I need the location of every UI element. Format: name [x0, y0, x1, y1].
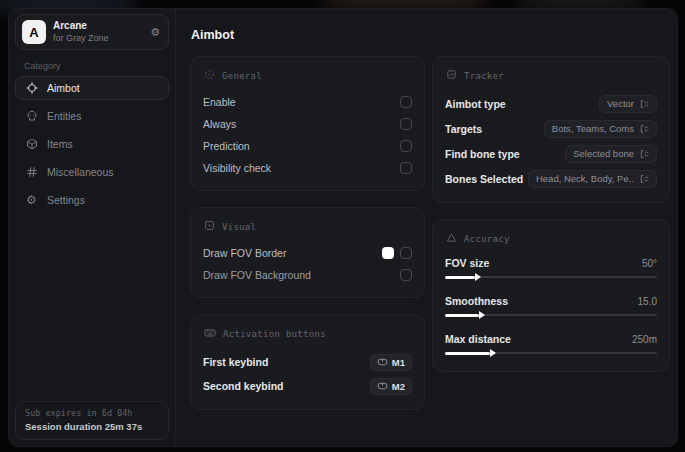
- find-bone-type-value: Selected bone: [573, 148, 634, 159]
- enable-row: Enable: [203, 91, 412, 113]
- app-logo: A: [22, 20, 46, 44]
- sidebar-item-entities[interactable]: Entities: [15, 104, 169, 128]
- skull-icon: [25, 110, 38, 122]
- fov-size-row: FOV size 50°: [445, 254, 657, 282]
- accuracy-card-header: Accuracy: [446, 232, 657, 245]
- sidebar-spacer: [15, 212, 169, 401]
- general-card: General Enable Always Prediction: [190, 56, 425, 191]
- aimbot-type-label: Aimbot type: [445, 98, 506, 110]
- max-distance-value: 250m: [632, 334, 657, 345]
- max-distance-slider[interactable]: [445, 349, 657, 358]
- activation-title: Activation buttons: [223, 329, 326, 339]
- game-background: A Arcane for Gray Zone ⚙ Category Aimbot: [0, 0, 685, 452]
- accuracy-card: Accuracy FOV size 50°: [432, 219, 670, 372]
- sidebar-item-miscellaneous[interactable]: Miscellaneous: [15, 160, 169, 184]
- unfold-icon: [640, 149, 649, 159]
- visual-title: Visual: [222, 222, 256, 232]
- general-title: General: [222, 71, 262, 81]
- targets-value: Bots, Teams, Coms: [552, 123, 634, 134]
- sidebar: A Arcane for Gray Zone ⚙ Category Aimbot: [9, 9, 176, 446]
- general-crosshair-icon: [204, 69, 215, 82]
- tracker-icon: [446, 69, 457, 82]
- smoothness-value: 15.0: [638, 296, 657, 307]
- second-keybind-label: Second keybind: [203, 380, 284, 392]
- always-row: Always: [203, 113, 412, 135]
- fov-size-label: FOV size: [445, 257, 489, 269]
- second-keybind-button[interactable]: M2: [370, 378, 412, 395]
- always-checkbox[interactable]: [400, 118, 412, 130]
- app-window: A Arcane for Gray Zone ⚙ Category Aimbot: [8, 8, 678, 447]
- main-content: Aimbot General Enable: [176, 9, 677, 446]
- slider-handle[interactable]: [475, 273, 481, 281]
- prediction-checkbox[interactable]: [400, 140, 412, 152]
- app-name: Arcane: [53, 20, 109, 33]
- draw-fov-border-checkbox[interactable]: [400, 247, 412, 259]
- aimbot-type-dropdown[interactable]: Vector: [599, 95, 657, 113]
- cube-icon: [25, 138, 38, 150]
- draw-fov-border-label: Draw FOV Border: [203, 247, 286, 259]
- sidebar-item-label: Settings: [47, 194, 85, 206]
- smoothness-slider[interactable]: [445, 311, 657, 320]
- second-keybind-row: Second keybind M2: [203, 374, 412, 398]
- max-distance-label: Max distance: [445, 333, 511, 345]
- fov-border-color-swatch[interactable]: [382, 247, 394, 259]
- sidebar-item-label: Items: [47, 138, 73, 150]
- visual-card-header: Visual: [204, 220, 412, 233]
- aimbot-type-value: Vector: [607, 98, 634, 109]
- visibility-check-row: Visibility check: [203, 157, 412, 179]
- sidebar-item-label: Aimbot: [47, 82, 80, 94]
- sidebar-nav: Aimbot Entities Items: [15, 76, 169, 212]
- draw-fov-background-checkbox[interactable]: [400, 269, 412, 281]
- slider-handle[interactable]: [479, 311, 485, 319]
- sidebar-item-items[interactable]: Items: [15, 132, 169, 156]
- session-duration-text: Session duration 25m 37s: [25, 421, 159, 432]
- image-icon: [204, 220, 215, 233]
- prediction-row: Prediction: [203, 135, 412, 157]
- first-keybind-row: First keybind M1: [203, 350, 412, 374]
- targets-row: Targets Bots, Teams, Coms: [445, 116, 657, 141]
- tracker-title: Tracker: [464, 71, 504, 81]
- subscription-info: Sub expires in 6d 04h Session duration 2…: [15, 401, 169, 440]
- triangle-icon: [446, 232, 457, 245]
- crosshair-icon: [25, 82, 38, 94]
- draw-fov-border-row: Draw FOV Border: [203, 242, 412, 264]
- tracker-card-header: Tracker: [446, 69, 657, 82]
- fov-size-slider[interactable]: [445, 273, 657, 282]
- find-bone-type-dropdown[interactable]: Selected bone: [565, 145, 657, 163]
- bones-selected-value: Head, Neck, Body, Pe..: [536, 173, 634, 184]
- bones-selected-row: Bones Selected Head, Neck, Body, Pe..: [445, 166, 657, 191]
- brand-card: A Arcane for Gray Zone ⚙: [15, 14, 169, 50]
- sidebar-item-label: Miscellaneous: [47, 166, 114, 178]
- enable-checkbox[interactable]: [400, 96, 412, 108]
- sidebar-item-settings[interactable]: ⚙ Settings: [15, 188, 169, 212]
- slider-handle[interactable]: [490, 349, 496, 357]
- sidebar-item-label: Entities: [47, 110, 81, 122]
- first-keybind-button[interactable]: M1: [370, 354, 412, 371]
- second-keybind-value: M2: [392, 381, 405, 392]
- sub-expiry-text: Sub expires in 6d 04h: [25, 408, 159, 418]
- targets-dropdown[interactable]: Bots, Teams, Coms: [544, 120, 657, 138]
- visibility-check-checkbox[interactable]: [400, 162, 412, 174]
- hash-icon: [25, 166, 38, 178]
- gear-icon: ⚙: [25, 194, 38, 206]
- app-subtitle: for Gray Zone: [53, 33, 109, 44]
- prediction-label: Prediction: [203, 140, 250, 152]
- draw-fov-background-row: Draw FOV Background: [203, 264, 412, 286]
- smoothness-label: Smoothness: [445, 295, 508, 307]
- unfold-icon: [640, 124, 649, 134]
- mouse-icon: [377, 382, 388, 390]
- tracker-card: Tracker Aimbot type Vector: [432, 56, 670, 203]
- find-bone-type-row: Find bone type Selected bone: [445, 141, 657, 166]
- always-label: Always: [203, 118, 236, 130]
- draw-fov-background-label: Draw FOV Background: [203, 269, 311, 281]
- fov-size-value: 50°: [642, 258, 657, 269]
- page-title: Aimbot: [191, 28, 670, 42]
- find-bone-type-label: Find bone type: [445, 148, 520, 160]
- mouse-icon: [377, 358, 388, 366]
- accuracy-title: Accuracy: [464, 234, 510, 244]
- smoothness-row: Smoothness 15.0: [445, 292, 657, 320]
- visual-card: Visual Draw FOV Border Draw FOV Backgrou…: [190, 207, 425, 298]
- sidebar-item-aimbot[interactable]: Aimbot: [15, 76, 169, 100]
- bones-selected-dropdown[interactable]: Head, Neck, Body, Pe..: [528, 170, 657, 188]
- gear-icon[interactable]: ⚙: [150, 27, 160, 38]
